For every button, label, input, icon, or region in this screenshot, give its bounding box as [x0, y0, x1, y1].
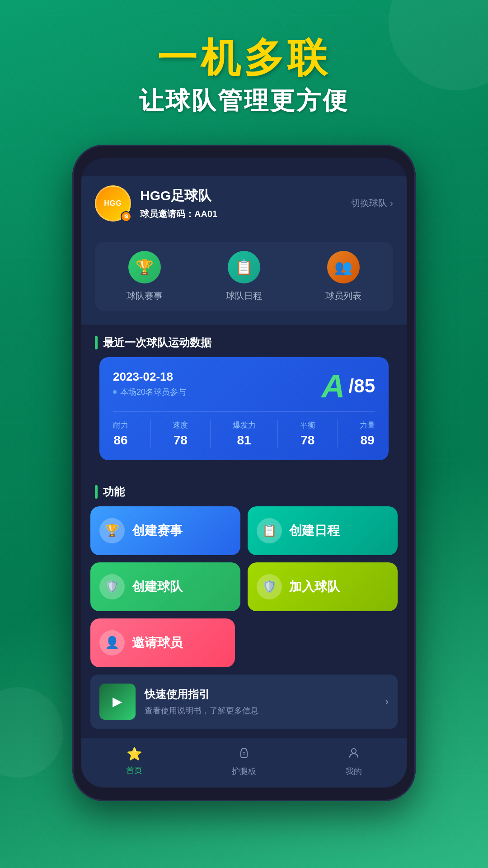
stats-card[interactable]: 2023-02-18 本场20名球员参与 A /85	[99, 357, 389, 460]
stats-dot	[113, 390, 117, 394]
guide-desc: 查看使用说明书，了解更多信息	[145, 705, 376, 716]
settings-gear-icon: ⚙	[121, 211, 131, 222]
tab-profile-label: 我的	[346, 766, 362, 777]
status-bar	[81, 158, 407, 176]
stats-participants: 本场20名球员参与	[113, 387, 186, 397]
banner-area: 一机多联 让球队管理更方便	[0, 0, 488, 118]
banner-subtitle: 让球队管理更方便	[0, 85, 488, 118]
metric-strength: 力量 89	[360, 420, 375, 448]
quick-actions-inner: 🏆 球队赛事 📋 球队日程 👥 球员列表	[95, 242, 393, 311]
tab-home-label: 首页	[126, 765, 142, 776]
metric-explosive: 爆发力 81	[233, 420, 256, 448]
section-bar	[95, 336, 98, 349]
stats-section-title: 最近一次球队运动数据	[81, 325, 407, 357]
create-team-icon: 🛡️	[99, 574, 125, 599]
tab-bar: ⭐ 首页 护腿板	[81, 738, 407, 788]
create-match-button[interactable]: 🏆 创建赛事	[90, 506, 240, 555]
team-logo: HGG ⚙	[95, 185, 131, 222]
invite-code: 球员邀请码：AA01	[140, 208, 217, 220]
section-bar-2	[95, 485, 98, 499]
guide-title: 快速使用指引	[145, 687, 376, 702]
metric-speed: 速度 78	[173, 420, 188, 448]
create-schedule-button[interactable]: 📋 创建日程	[248, 506, 398, 555]
action-schedule[interactable]: 📋 球队日程	[226, 251, 262, 302]
tab-shin-guard-label: 护腿板	[232, 766, 256, 777]
deco-circle-2	[0, 687, 63, 778]
roster-icon: 👥	[327, 251, 360, 283]
invite-player-button[interactable]: 👤 邀请球员	[90, 618, 235, 667]
create-schedule-label: 创建日程	[289, 522, 340, 539]
invite-player-icon: 👤	[99, 630, 125, 656]
schedule-icon: 📋	[228, 251, 260, 283]
guide-arrow-icon: ›	[385, 695, 389, 708]
team-name: HGG足球队	[140, 187, 217, 205]
action-matches[interactable]: 🏆 球队赛事	[127, 251, 163, 302]
guide-thumbnail: ▶	[99, 684, 136, 720]
team-info: HGG ⚙ HGG足球队 球员邀请码：AA01	[95, 185, 217, 222]
phone-screen: HGG ⚙ HGG足球队 球员邀请码：AA01 切换球队 ›	[81, 158, 407, 788]
create-team-label: 创建球队	[132, 578, 183, 595]
app-header: HGG ⚙ HGG足球队 球员邀请码：AA01 切换球队 ›	[81, 176, 407, 233]
profile-icon	[347, 746, 360, 762]
matches-icon: 🏆	[128, 251, 161, 283]
tab-shin-guard[interactable]: 护腿板	[232, 746, 256, 777]
home-icon: ⭐	[127, 746, 142, 761]
guide-banner[interactable]: ▶ 快速使用指引 查看使用说明书，了解更多信息 ›	[90, 675, 398, 729]
func-row-2: 🛡️ 创建球队 🛡️ 加入球队	[90, 562, 398, 611]
team-logo-text: HGG	[104, 200, 122, 207]
stats-grade: A /85	[322, 370, 375, 402]
chevron-right-icon: ›	[390, 198, 393, 208]
schedule-label: 球队日程	[226, 290, 262, 302]
banner-title: 一机多联	[0, 36, 488, 80]
invite-player-label: 邀请球员	[132, 634, 183, 651]
quick-actions-area: 🏆 球队赛事 📋 球队日程 👥 球员列表	[81, 233, 407, 325]
tab-profile[interactable]: 我的	[346, 746, 362, 777]
roster-label: 球员列表	[325, 290, 361, 302]
join-team-icon: 🛡️	[257, 574, 282, 599]
stats-date: 2023-02-18	[113, 370, 186, 384]
create-schedule-icon: 📋	[257, 518, 282, 543]
grade-score: /85	[349, 375, 375, 397]
create-match-label: 创建赛事	[132, 522, 183, 539]
stats-metrics: 耐力 86 速度 78 爆发力 81	[113, 411, 375, 448]
switch-team-button[interactable]: 切换球队 ›	[351, 197, 393, 209]
func-row-3: 👤 邀请球员	[90, 618, 398, 667]
phone-wrapper: HGG ⚙ HGG足球队 球员邀请码：AA01 切换球队 ›	[72, 145, 416, 801]
create-team-button[interactable]: 🛡️ 创建球队	[90, 562, 240, 611]
team-text: HGG足球队 球员邀请码：AA01	[140, 187, 217, 220]
phone-frame: HGG ⚙ HGG足球队 球员邀请码：AA01 切换球队 ›	[72, 145, 416, 801]
metric-balance: 平衡 78	[300, 420, 315, 448]
create-match-icon: 🏆	[99, 518, 125, 543]
guide-text: 快速使用指引 查看使用说明书，了解更多信息	[145, 687, 376, 716]
tab-home[interactable]: ⭐ 首页	[126, 746, 142, 777]
join-team-button[interactable]: 🛡️ 加入球队	[248, 562, 398, 611]
functions-grid: 🏆 创建赛事 📋 创建日程 🛡️ 创建球队 🛡️ 加入	[81, 506, 407, 729]
svg-point-2	[352, 749, 356, 753]
func-row-1: 🏆 创建赛事 📋 创建日程	[90, 506, 398, 555]
grade-letter: A	[322, 370, 345, 402]
shin-guard-icon	[238, 746, 250, 762]
action-roster[interactable]: 👥 球员列表	[325, 251, 361, 302]
metric-stamina: 耐力 86	[113, 420, 128, 448]
stats-header: 2023-02-18 本场20名球员参与 A /85	[113, 370, 375, 402]
matches-label: 球队赛事	[127, 290, 163, 302]
functions-section-title: 功能	[81, 474, 407, 506]
join-team-label: 加入球队	[289, 578, 340, 595]
